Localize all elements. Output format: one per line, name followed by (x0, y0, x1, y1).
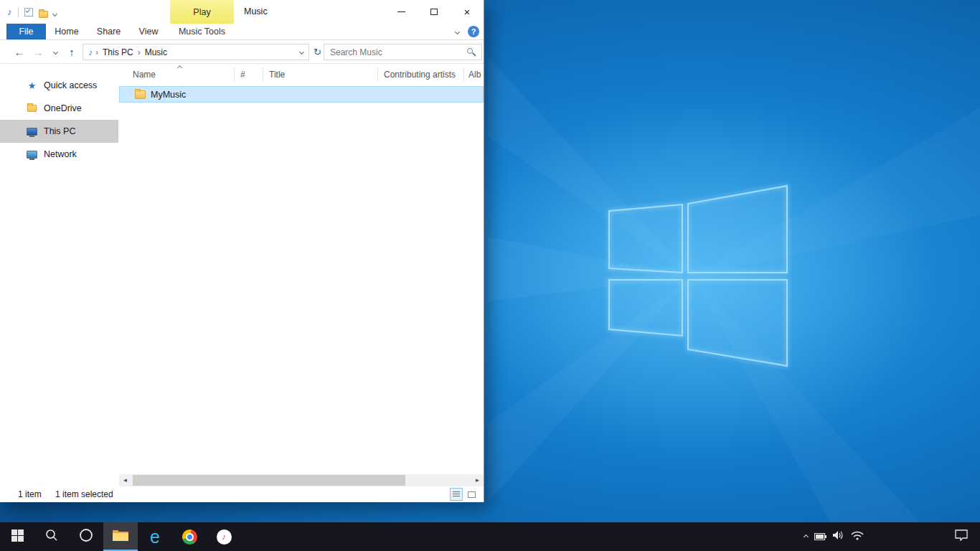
action-center-icon (955, 529, 968, 544)
sidebar-item-label: This PC (44, 126, 75, 136)
internet-explorer-icon: e (150, 528, 160, 546)
search-input[interactable] (324, 44, 466, 60)
column-separator[interactable] (463, 67, 464, 82)
search-icon[interactable] (466, 47, 479, 57)
breadcrumb-this-pc[interactable]: This PC (101, 47, 135, 57)
taskbar: e ♪ (0, 522, 980, 551)
tab-share[interactable]: Share (91, 24, 126, 39)
column-header-number[interactable]: # (240, 64, 245, 85)
chevron-down-icon (299, 50, 304, 55)
column-header-title[interactable]: Title (269, 64, 285, 85)
taskbar-chrome-button[interactable] (172, 522, 207, 551)
details-view-icon (453, 491, 460, 497)
quick-access-toolbar: ♪ (7, 0, 57, 24)
file-name: MyMusic (151, 90, 186, 100)
file-row-mymusic[interactable]: MyMusic (119, 86, 484, 103)
contextual-tab-play[interactable]: Play (170, 0, 234, 24)
tray-expand-button[interactable] (804, 535, 808, 539)
minimize-button[interactable] (385, 0, 418, 23)
chevron-down-icon (454, 29, 459, 34)
horizontal-scrollbar[interactable]: ◄ ► (119, 474, 484, 486)
minimize-icon (397, 11, 405, 12)
explorer-window: ♪ Play Music × File Home Share View Musi… (0, 0, 484, 502)
window-title: Music (244, 0, 268, 24)
status-bar: 1 item 1 item selected (0, 486, 484, 502)
back-button[interactable]: ← (9, 40, 29, 64)
scrollbar-thumb[interactable] (133, 475, 405, 486)
large-icons-view-icon (468, 491, 476, 498)
sidebar-item-onedrive[interactable]: OneDrive (0, 97, 118, 120)
column-separator[interactable] (263, 67, 263, 82)
search-box (324, 44, 482, 60)
address-dropdown-button[interactable] (295, 44, 308, 60)
chevron-up-icon (804, 534, 809, 539)
file-list-pane: Name # Title Contributing artists Alb My… (119, 64, 484, 474)
view-toggle-buttons (450, 488, 478, 501)
selection-count: 1 item selected (55, 486, 113, 502)
breadcrumb-music[interactable]: Music (143, 47, 169, 57)
column-headers: Name # Title Contributing artists Alb (119, 64, 484, 85)
forward-button[interactable]: → (29, 40, 47, 64)
refresh-button[interactable]: ↻ (311, 40, 324, 64)
action-center-button[interactable] (946, 522, 977, 551)
address-bar[interactable]: ♪ › This PC › Music (83, 44, 309, 60)
up-button[interactable]: ↑ (63, 40, 80, 64)
sidebar-item-label: OneDrive (44, 103, 82, 113)
taskbar-music-app-button[interactable]: ♪ (207, 522, 241, 551)
taskbar-file-explorer-button[interactable] (103, 522, 138, 551)
sidebar-item-network[interactable]: Network (0, 143, 118, 166)
sidebar-item-quick-access[interactable]: ★ Quick access (0, 74, 118, 97)
speaker-icon (833, 530, 844, 543)
network-icon (27, 151, 37, 159)
taskbar-search-button[interactable] (34, 522, 69, 551)
wifi-icon (851, 530, 864, 543)
column-header-name[interactable]: Name (133, 64, 156, 85)
cortana-button[interactable] (69, 522, 103, 551)
file-tab[interactable]: File (6, 24, 46, 39)
large-icons-view-button[interactable] (465, 488, 478, 501)
window-music-note-icon[interactable]: ♪ (7, 7, 12, 17)
start-button[interactable] (0, 522, 34, 551)
tab-view[interactable]: View (132, 24, 165, 39)
properties-button[interactable] (24, 8, 33, 17)
breadcrumb-chevron-icon: › (135, 47, 143, 57)
navigation-bar: ← → ↑ ♪ › This PC › Music ↻ (0, 40, 484, 64)
network-button[interactable] (851, 530, 864, 543)
column-separator[interactable] (377, 67, 378, 82)
scroll-left-button[interactable]: ◄ (119, 474, 131, 486)
folder-icon (135, 90, 146, 99)
tab-home[interactable]: Home (49, 24, 85, 39)
qat-separator (18, 7, 19, 17)
titlebar: ♪ Play Music × (0, 0, 484, 24)
qat-customize-button[interactable] (53, 6, 57, 19)
volume-button[interactable] (833, 530, 844, 543)
sidebar-item-this-pc[interactable]: This PC (0, 120, 118, 143)
chrome-icon (182, 529, 197, 545)
battery-button[interactable] (814, 530, 826, 543)
ribbon-expand-button[interactable] (450, 24, 464, 39)
help-button[interactable]: ? (468, 26, 479, 37)
scroll-right-button[interactable]: ► (471, 474, 484, 486)
details-view-button[interactable] (450, 488, 463, 501)
recent-locations-button[interactable] (49, 40, 62, 64)
column-separator[interactable] (234, 67, 235, 82)
onedrive-folder-icon (27, 105, 37, 112)
maximize-icon (430, 9, 438, 15)
sort-ascending-icon (177, 65, 182, 70)
column-header-album[interactable]: Alb (468, 64, 481, 85)
music-tools-group-label[interactable]: Music Tools (170, 24, 234, 39)
chevron-down-icon (52, 50, 57, 55)
chevron-down-icon (52, 11, 57, 16)
magnifier-handle (472, 52, 476, 56)
item-count: 1 item (18, 486, 42, 502)
sidebar-item-label: Network (44, 149, 77, 159)
caption-buttons: × (385, 0, 484, 23)
column-header-contributing-artists[interactable]: Contributing artists (384, 64, 456, 85)
breadcrumb-chevron-icon: › (93, 47, 101, 57)
navigation-pane: ★ Quick access OneDrive This PC Network (0, 64, 118, 474)
maximize-button[interactable] (418, 0, 451, 23)
close-button[interactable]: × (451, 0, 484, 23)
system-tray (804, 522, 864, 551)
taskbar-internet-explorer-button[interactable]: e (138, 522, 172, 551)
new-folder-button[interactable] (39, 8, 47, 17)
